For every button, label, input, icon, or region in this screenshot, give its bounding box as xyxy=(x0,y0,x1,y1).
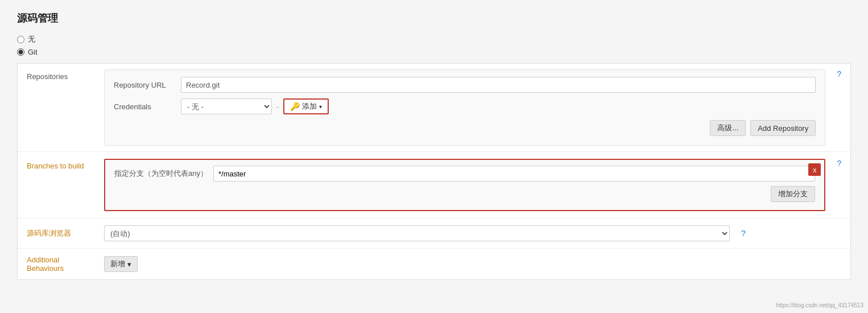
repositories-label: Repositories xyxy=(27,69,95,81)
repo-url-label: Repository URL xyxy=(114,81,176,89)
add-branch-button[interactable]: 增加分支 xyxy=(771,186,815,202)
browser-row: 源码库浏览器 (自动) ? xyxy=(18,218,850,248)
repositories-help-icon[interactable]: ? xyxy=(837,69,841,79)
repositories-section: Repository URL Credentials - 无 - - 🔑 添加 … xyxy=(104,69,825,146)
repo-actions: 高级... Add Repository xyxy=(114,120,816,136)
scm-radio-group: 无 Git xyxy=(17,34,851,56)
branch-specifier-input[interactable] xyxy=(213,166,815,182)
radio-git[interactable]: Git xyxy=(17,48,851,56)
branch-actions: 增加分支 xyxy=(114,186,815,202)
radio-git-label: Git xyxy=(28,48,38,56)
page-title: 源码管理 xyxy=(17,11,851,25)
repo-url-input[interactable] xyxy=(181,77,816,93)
branches-section: x 指定分支（为空时代表any） 增加分支 xyxy=(104,159,825,211)
credentials-row: Credentials - 无 - - 🔑 添加 ▾ xyxy=(114,98,816,114)
add-credentials-label: 添加 xyxy=(302,101,317,112)
branches-help-icon[interactable]: ? xyxy=(837,159,841,168)
delete-branch-button[interactable]: x xyxy=(808,163,821,176)
radio-none-label: 无 xyxy=(28,34,35,44)
key-icon: 🔑 xyxy=(290,102,300,111)
branch-specifier-label: 指定分支（为空时代表any） xyxy=(114,168,208,179)
behaviours-row: Additional Behaviours 新增 ▾ xyxy=(18,248,850,279)
add-repository-button[interactable]: Add Repository xyxy=(750,120,816,136)
browser-help-icon[interactable]: ? xyxy=(741,229,746,238)
credentials-separator: - xyxy=(276,102,279,111)
new-behaviour-button[interactable]: 新增 ▾ xyxy=(104,256,138,272)
radio-none-input[interactable] xyxy=(17,36,24,43)
branch-specifier-row: 指定分支（为空时代表any） xyxy=(114,166,815,182)
add-credentials-caret: ▾ xyxy=(319,104,322,110)
advanced-button[interactable]: 高级... xyxy=(710,120,746,136)
branches-label: Branches to build xyxy=(27,159,95,170)
browser-label: 源码库浏览器 xyxy=(27,228,95,238)
repo-url-row: Repository URL xyxy=(114,77,816,93)
new-behaviour-label: 新增 xyxy=(110,259,125,269)
credentials-label: Credentials xyxy=(114,102,176,111)
browser-select[interactable]: (自动) xyxy=(104,225,730,241)
branches-row: Branches to build x 指定分支（为空时代表any） 增加分支 … xyxy=(18,151,850,218)
credentials-select[interactable]: - 无 - xyxy=(181,98,272,114)
behaviours-label: Additional Behaviours xyxy=(27,256,95,273)
git-config-panel: Repositories Repository URL Credentials … xyxy=(17,63,851,280)
new-behaviour-caret: ▾ xyxy=(127,260,131,269)
radio-git-input[interactable] xyxy=(17,48,24,56)
repositories-row: Repositories Repository URL Credentials … xyxy=(18,64,850,151)
radio-none[interactable]: 无 xyxy=(17,34,851,44)
add-credentials-button[interactable]: 🔑 添加 ▾ xyxy=(283,98,329,114)
